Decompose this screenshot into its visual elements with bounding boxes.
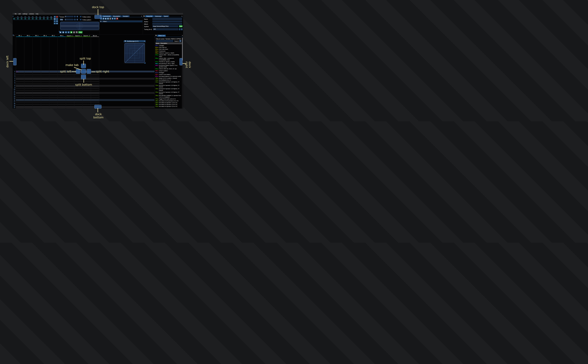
play-row-button[interactable] [65, 31, 67, 33]
effect-row[interactable]: 14xxSet level of operator 3 (0 highest, … [155, 88, 182, 91]
oscilloscope-xy-titlebar[interactable]: Oscilloscope (X-Y) × [124, 40, 146, 42]
effect-row[interactable]: 1CxxSet attack of operator 3 (0 to 1F) [155, 106, 182, 108]
unlink-order-button[interactable] [54, 22, 56, 24]
effect-list-menu-button[interactable]: ≡ [179, 40, 181, 42]
column-description: Description [161, 43, 167, 44]
effect-row[interactable]: 0BxxJump to pattern [155, 70, 182, 72]
effect-row[interactable]: 06xyVolume slide + portamento (compatibi… [155, 58, 182, 61]
add-order-button[interactable]: + [54, 16, 56, 18]
effect-row[interactable]: 1BxxSet attack of operator 2 (0 to 1F) [155, 104, 182, 106]
orders-cell[interactable]: 00 [38, 18, 42, 20]
effect-row[interactable]: 07xyTremolo (x: speed; y: depth) [155, 61, 182, 63]
make-tab-target[interactable] [81, 69, 86, 74]
effect-row[interactable]: 04xyVibrato (x: speed; y: depth) [155, 52, 182, 54]
channel-header-fm-4[interactable]: FM 4 [41, 35, 49, 36]
split-right-target[interactable] [87, 69, 91, 74]
order-change-all-button[interactable] [56, 20, 58, 22]
effect-row[interactable]: 0AxyVolume slide (0y: down; x0: up) [155, 68, 182, 70]
channel-header-fm-5[interactable]: FM 5 [49, 35, 58, 36]
effect-search-input[interactable] [156, 40, 173, 42]
effect-row[interactable]: 00xyArpeggio [155, 45, 182, 46]
play-pattern-button[interactable] [62, 31, 64, 33]
oscilloscope-xy-close-icon[interactable]: × [144, 41, 145, 42]
effect-row[interactable]: 05xyVolume slide + vibrato (compatibilit… [155, 54, 182, 58]
effect-row[interactable]: 09xxSet groove pattern (speed 1 if no gr… [155, 65, 182, 68]
effect-row[interactable]: 0DxxJump to next pattern [155, 74, 182, 76]
dock-top-target[interactable] [94, 15, 102, 19]
orders-cell[interactable]: 00 [27, 18, 31, 20]
effect-list-scrollbar-thumb[interactable] [182, 38, 183, 60]
orders-cell[interactable]: 00 [23, 18, 27, 20]
effect-list[interactable]: 00xyArpeggio01xxPitch slide up02xxPitch … [155, 45, 182, 109]
effect-list-close-icon[interactable]: × [182, 35, 183, 36]
channel-header-square-3[interactable]: Square 3 [82, 35, 91, 36]
effect-row[interactable]: 0CxxRetrigger [155, 72, 182, 74]
duplicate-button[interactable] [102, 18, 104, 20]
effect-row[interactable]: 11xxSet feedback (0 to 7) [155, 79, 182, 81]
move-up-button[interactable] [112, 18, 114, 20]
metronome-button[interactable] [73, 31, 75, 33]
open-button[interactable] [105, 18, 107, 20]
channel-header-fm-2[interactable]: FM 2 [24, 35, 33, 36]
effect-row[interactable]: 0FxxSet speed (speed 2 if no grooves exi… [155, 76, 182, 78]
split-top-target[interactable] [81, 64, 86, 68]
channel-header-fm-3[interactable]: FM 3 [33, 35, 41, 36]
effect-row[interactable]: 13xxSet level of operator 2 (0 highest, … [155, 84, 182, 88]
order-edit-mode-button[interactable] [56, 22, 58, 24]
effect-row[interactable]: 02xxPitch slide down [155, 48, 182, 50]
step-row-button[interactable] [67, 31, 70, 33]
dock-left-target[interactable] [13, 58, 17, 65]
orders-cell[interactable]: 00 [46, 18, 49, 20]
effect-list-dock-collapse-icon[interactable] [155, 35, 157, 36]
poly-button[interactable]: Poly [78, 31, 83, 33]
effect-description: Set groove pattern (speed 1 if no groove… [159, 65, 181, 68]
effect-row[interactable]: 08xySet panning (x: left; y: right) [155, 63, 182, 65]
effect-description: Arpeggio [159, 45, 181, 46]
effect-table-header[interactable]: Name Description [155, 42, 182, 44]
orders-cell[interactable]: 00 [49, 18, 53, 20]
effect-row[interactable]: 1AxxSet attack of operator 1 (0 to 1F) [155, 102, 182, 104]
effect-row[interactable]: 15xxSet level of operator 4 (0 highest, … [155, 91, 182, 95]
orders-cell[interactable]: 00 [42, 18, 46, 20]
delete-button[interactable]: ✕ [116, 18, 118, 20]
window-collapse-icon[interactable] [125, 41, 126, 42]
effect-row[interactable]: 16xySet operator multiplier (x: operator… [155, 95, 182, 98]
move-order-down-button[interactable] [54, 20, 56, 22]
split-left-target[interactable] [76, 69, 80, 74]
remove-order-button[interactable]: − [56, 16, 58, 18]
window-resize-grip[interactable] [144, 62, 145, 64]
channel-header-noise[interactable]: Noise [91, 35, 99, 36]
effect-description: Set operator multiplier (x: operator fro… [159, 95, 181, 98]
orders-cell[interactable]: 00 [16, 18, 20, 20]
orders-cell[interactable]: 00 [35, 18, 38, 20]
move-order-up-button[interactable] [56, 18, 58, 20]
duplicate-order-button[interactable] [54, 18, 56, 20]
channel-header-fm-6[interactable]: FM 6 [58, 35, 66, 36]
effect-row[interactable]: 17xxToggle PCM mode (LEGACY) [155, 98, 182, 100]
channel-header-square-2[interactable]: Square 2 [74, 35, 83, 36]
record-button[interactable] [70, 31, 73, 33]
tab-effect-list[interactable]: Effect List [157, 35, 166, 37]
effect-row[interactable]: 12xxSet level of operator 1 (0 highest, … [155, 81, 182, 84]
dock-bottom-target[interactable] [94, 105, 101, 109]
split-bottom-target[interactable] [81, 75, 86, 79]
play-button[interactable]: ▶ [59, 31, 62, 33]
effect-row[interactable]: 10xySetup LFO (x: enable; y: speed) [155, 78, 182, 79]
orders-row-index[interactable]: 00 [13, 18, 16, 20]
oscilloscope-xy-window[interactable]: Oscilloscope (X-Y) × [124, 40, 146, 64]
effect-description: Toggle PCM mode (LEGACY) [159, 98, 181, 100]
save-button[interactable] [107, 18, 109, 20]
move-down-button[interactable] [114, 18, 116, 20]
orders-cell[interactable]: 00 [31, 18, 35, 20]
dock-right-target[interactable] [179, 58, 183, 65]
toggle-folders-button[interactable] [109, 18, 111, 20]
channel-header-fm-1[interactable]: FM 1 [16, 35, 24, 36]
effect-row[interactable]: 19xxSet attack of all operators (0 to 1F… [155, 100, 182, 102]
effect-row[interactable]: 01xxPitch slide up [155, 46, 182, 48]
orders-cell[interactable]: 00 [20, 18, 23, 20]
channel-header-square-1[interactable]: Square 1 [66, 35, 74, 36]
channel-underline [33, 37, 41, 37]
repeat-button[interactable]: ↻ [76, 31, 78, 33]
effect-row[interactable]: 03xxPortamento [155, 50, 182, 52]
effect-description: Set feedback (0 to 7) [159, 79, 181, 81]
